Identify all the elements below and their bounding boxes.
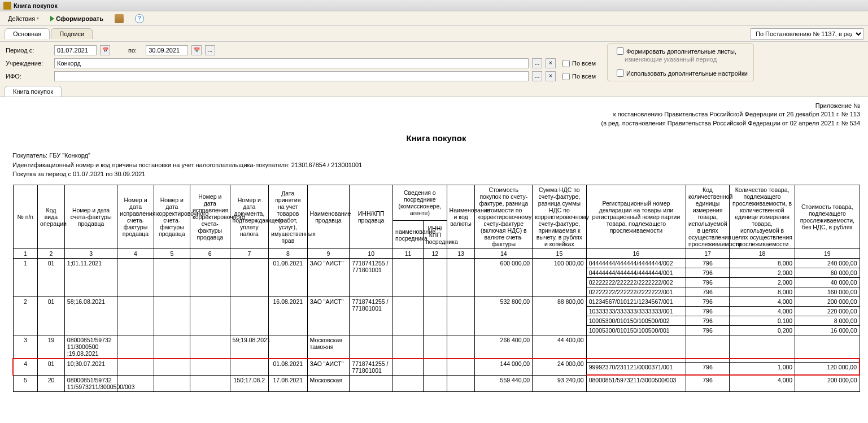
tab-main[interactable]: Основная (5, 28, 50, 39)
cell (230, 359, 269, 376)
org-all-checkbox[interactable]: По всем (562, 60, 596, 67)
th-5: Номер и дата корректировочного счета-фак… (154, 185, 190, 248)
col-num: 3 (64, 248, 117, 258)
cell (154, 258, 190, 296)
form-button[interactable]: Сформировать (46, 14, 108, 23)
cell (117, 296, 154, 335)
actions-button[interactable]: Действия ▾ (3, 14, 43, 23)
tab-signatures[interactable]: Подписи (51, 28, 93, 39)
ifo-label: ИФО: (6, 73, 51, 80)
table-row: 20158;16.08.202116.08.2021ЗАО "АИСТ"7718… (13, 296, 860, 306)
cell (230, 258, 269, 296)
cell (269, 335, 308, 359)
calendar-from-button[interactable]: 📅 (100, 45, 110, 55)
actions-label: Действия (8, 15, 35, 22)
cell (393, 375, 424, 391)
ifo-all-checkbox[interactable]: По всем (562, 73, 596, 80)
cell: 144 000,00 (475, 359, 533, 376)
org-label: Учреждение: (6, 60, 51, 67)
cell: 796 (686, 296, 730, 306)
cell: 08000851/5973211/5973211/3000500/003 (64, 375, 117, 391)
cell: 01.08.2021 (269, 258, 308, 296)
col-num: 8 (269, 248, 308, 258)
cell: 58;16.08.2021 (64, 296, 117, 335)
toolbar: Действия ▾ Сформировать ? (0, 11, 868, 26)
cell: 01234567/010121/1234567/001 (586, 296, 686, 306)
cell: 796 (686, 375, 730, 391)
th-2: Код вида операции (38, 185, 65, 248)
col-num: 15 (533, 248, 587, 258)
cell: 59;19.08.2021 (230, 335, 269, 359)
regulation-select[interactable]: По Постановлению № 1137, в ред. По (751, 28, 863, 40)
period-select-button[interactable]: ... (205, 45, 215, 55)
cell: 17.08.2021 (269, 375, 308, 391)
cell (393, 258, 424, 296)
ifo-all-check[interactable] (562, 73, 570, 80)
col-num: 11 (393, 248, 424, 258)
org-select-button[interactable]: ... (532, 58, 542, 68)
th-9: Наименование продавца (307, 185, 350, 248)
th-intermed: Сведения о посреднике (комиссионере, аге… (393, 185, 447, 221)
cell: 5 (13, 375, 38, 391)
period-row: Период с: 📅 по: 📅 ... (6, 45, 596, 55)
cell (447, 296, 475, 335)
sub-tab-book[interactable]: Книга покупок (5, 86, 62, 97)
filters-panel: Период с: 📅 по: 📅 ... Учреждение: ... × … (0, 42, 868, 85)
cell (424, 375, 447, 391)
extra-settings-checkbox[interactable]: Использовать дополнительные настройки (617, 69, 748, 77)
cell: 24 000,00 (533, 359, 587, 376)
extra-sheets-checkbox[interactable]: Формировать дополнительные листы, (617, 47, 748, 55)
cell (190, 258, 230, 296)
cell: 796 (686, 316, 730, 325)
cell (424, 296, 447, 335)
app-icon (3, 2, 11, 10)
cell (190, 335, 230, 359)
cell: 93 240,00 (533, 375, 587, 391)
org-all-check[interactable] (562, 60, 570, 67)
calendar-to-button[interactable]: 📅 (191, 45, 202, 55)
cell (117, 359, 154, 376)
cell: 01 (38, 258, 65, 296)
cell: 60 000,00 (795, 268, 860, 277)
cell (447, 335, 475, 359)
cell: ЗАО "АИСТ" (307, 296, 350, 335)
org-clear-button[interactable]: × (546, 58, 556, 68)
org-input[interactable] (54, 58, 529, 68)
extra-sheets-check[interactable] (617, 47, 624, 55)
cell: 7718741255 / 771801001 (350, 359, 393, 376)
ifo-select-button[interactable]: ... (532, 71, 542, 81)
cell (393, 296, 424, 335)
tree-button[interactable] (110, 13, 128, 24)
cell: 3 (13, 335, 38, 359)
cell: 01.08.2021 (269, 359, 308, 376)
play-icon (50, 16, 54, 21)
help-icon: ? (135, 14, 144, 23)
th-7: Номер и дата документа, подтверждающего … (230, 185, 269, 248)
help-button[interactable]: ? (130, 13, 149, 24)
extra-settings-check[interactable] (617, 69, 624, 77)
filters-left: Период с: 📅 по: 📅 ... Учреждение: ... × … (6, 45, 596, 81)
th-6: Номер и дата исправления корректировочно… (190, 185, 230, 248)
date-to-input[interactable] (146, 45, 188, 55)
cell: 600 000,00 (475, 258, 533, 296)
ifo-clear-button[interactable]: × (546, 71, 556, 81)
table-row: 31908000851/5973211/3000500;19.08.202159… (13, 335, 860, 359)
table-body: 1011;01.11.202101.08.2021ЗАО "АИСТ"77187… (13, 258, 860, 391)
col-num: 14 (475, 248, 533, 258)
cell: 7718741255 / 771801001 (350, 258, 393, 296)
th-17: Код количественной единицы измерения тов… (686, 185, 730, 248)
cell (117, 335, 154, 359)
cell: 240 000,00 (795, 258, 860, 268)
cell: 532 800,00 (475, 296, 533, 335)
cell (424, 359, 447, 376)
cell: 02222222/222222/2222222/002 (586, 277, 686, 287)
col-num: 5 (154, 248, 190, 258)
date-from-input[interactable] (54, 45, 97, 55)
cell: 10333333/333333/3333333/001 (586, 306, 686, 316)
cell: 16 000,00 (795, 325, 860, 335)
cell (686, 335, 730, 359)
col-num: 10 (350, 248, 393, 258)
cell (154, 359, 190, 376)
col-num: 17 (686, 248, 730, 258)
ifo-input[interactable] (54, 71, 529, 81)
